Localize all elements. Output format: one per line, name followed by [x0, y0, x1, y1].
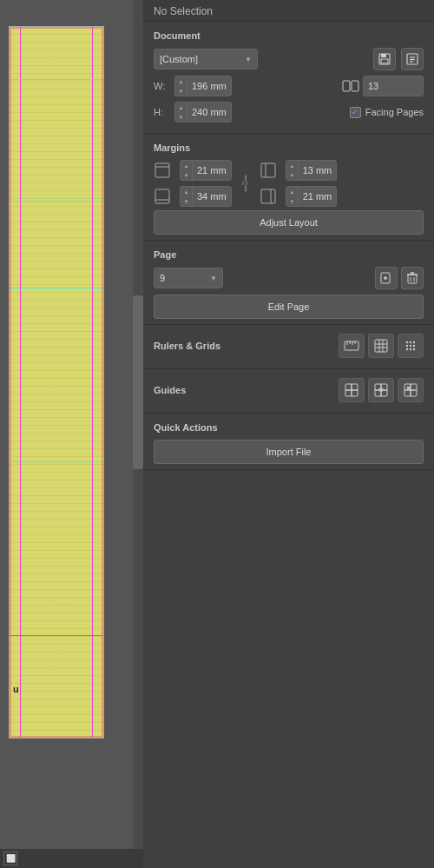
top-margin-up[interactable]: ▲ [181, 161, 192, 170]
guide-horizontal-3 [10, 288, 103, 288]
canvas-page-icon[interactable]: ⬜ [3, 851, 17, 865]
outer-margin-svg [260, 189, 277, 204]
delete-page-icon [406, 272, 418, 284]
top-margin-spinners[interactable]: ▲ ▼ [181, 161, 193, 180]
width-value: 196 mm [187, 81, 231, 91]
document-section-title: Document [154, 30, 424, 41]
width-spinners[interactable]: ▲ ▼ [175, 76, 187, 96]
pages-input[interactable] [363, 76, 424, 96]
margin-link-icon[interactable] [239, 174, 253, 193]
canvas-page: u [9, 26, 104, 739]
margins-right-col: ▲ ▼ 13 mm [260, 160, 338, 207]
page-dropdown-arrow: ▼ [210, 275, 217, 282]
svg-point-41 [410, 345, 411, 347]
height-spinners[interactable]: ▲ ▼ [175, 103, 187, 122]
guide-horizontal-2 [10, 201, 103, 202]
grid-lines-icon-button[interactable] [368, 334, 394, 358]
preset-dropdown[interactable]: [Custom] ▼ [154, 49, 258, 70]
preset-row: [Custom] ▼ [154, 48, 424, 70]
top-margin-down[interactable]: ▼ [181, 170, 192, 180]
svg-rect-8 [352, 81, 358, 91]
svg-point-44 [410, 348, 411, 350]
page-value: 9 [160, 273, 165, 283]
inner-margin-spinners[interactable]: ▲ ▼ [286, 161, 299, 180]
guide-horizontal-4 [10, 461, 103, 462]
width-down-arrow[interactable]: ▼ [175, 86, 187, 96]
outer-margin-input[interactable]: ▲ ▼ 21 mm [286, 186, 338, 207]
width-input[interactable]: ▲ ▼ 196 mm [174, 76, 232, 96]
bottom-margin-input[interactable]: ▲ ▼ 34 mm [180, 186, 232, 207]
preset-value: [Custom] [160, 54, 198, 64]
save-preset-button[interactable] [373, 48, 396, 70]
margins-section-title: Margins [154, 142, 424, 153]
show-guides-svg [344, 382, 359, 398]
guide-vertical-1 [20, 27, 21, 738]
height-up-arrow[interactable]: ▲ [175, 103, 187, 112]
page-section-title: Page [154, 249, 424, 260]
page-number-row: 9 ▼ [154, 267, 424, 289]
svg-point-40 [406, 345, 408, 347]
svg-point-45 [413, 348, 415, 350]
height-value: 240 mm [187, 107, 231, 117]
top-margin-input[interactable]: ▲ ▼ 21 mm [180, 160, 232, 181]
lock-guides-button[interactable] [368, 378, 394, 402]
top-margin-value: 21 mm [193, 165, 231, 176]
width-row: W: ▲ ▼ 196 mm [154, 76, 424, 96]
adjust-layout-button[interactable]: Adjust Layout [154, 210, 424, 235]
margins-section: Margins ▲ ▼ [143, 134, 434, 241]
add-page-button[interactable] [375, 267, 398, 289]
outer-margin-spinners[interactable]: ▲ ▼ [286, 187, 299, 206]
page-section: Page 9 ▼ [143, 241, 434, 325]
delete-page-button[interactable] [401, 267, 424, 289]
bottom-margin-svg [154, 189, 171, 204]
margins-left-col: ▲ ▼ 21 mm [154, 160, 232, 207]
height-input[interactable]: ▲ ▼ 240 mm [174, 102, 232, 123]
svg-rect-22 [408, 275, 417, 283]
quick-actions-section: Quick Actions Import File [143, 414, 434, 470]
facing-pages-checkbox[interactable]: ✓ [350, 107, 361, 118]
bottom-margin-spinners[interactable]: ▲ ▼ [181, 187, 193, 206]
svg-rect-9 [155, 163, 169, 177]
preset-arrow-icon: ▼ [245, 56, 252, 63]
bottom-margin-up[interactable]: ▲ [181, 187, 192, 196]
page-border [10, 27, 103, 738]
inner-margin-icon [260, 162, 277, 178]
inner-margin-up[interactable]: ▲ [286, 161, 298, 170]
inner-margin-input[interactable]: ▲ ▼ 13 mm [286, 160, 338, 181]
document-section: Document [Custom] ▼ [143, 22, 434, 134]
import-file-button[interactable]: Import File [154, 440, 424, 464]
page-dropdown[interactable]: 9 ▼ [154, 268, 223, 288]
show-guides-button[interactable] [339, 378, 365, 402]
outer-margin-down[interactable]: ▼ [286, 196, 298, 206]
outer-margin-icon [260, 189, 277, 204]
width-up-arrow[interactable]: ▲ [175, 76, 187, 86]
delete-guides-button[interactable] [398, 378, 424, 402]
scrollbar-vertical[interactable] [133, 0, 143, 868]
inner-margin-down[interactable]: ▼ [286, 170, 298, 180]
ruler-icon-button[interactable] [339, 334, 365, 358]
grid-dots-icon-button[interactable] [398, 334, 424, 358]
outer-margin-row: ▲ ▼ 21 mm [260, 186, 338, 207]
svg-rect-2 [381, 59, 388, 63]
inner-margin-value: 13 mm [299, 165, 337, 176]
inner-margin-row: ▲ ▼ 13 mm [260, 160, 338, 181]
outer-margin-up[interactable]: ▲ [286, 187, 298, 196]
guides-icons [339, 378, 424, 402]
height-down-arrow[interactable]: ▼ [175, 112, 187, 122]
grid-dots-svg [403, 338, 418, 354]
export-preset-button[interactable] [401, 48, 424, 70]
guide-vertical-2 [92, 27, 93, 738]
canvas-text-label: u [13, 684, 19, 694]
top-margin-row: ▲ ▼ 21 mm [154, 160, 232, 181]
rulers-grids-section: Rulers & Grids [143, 325, 434, 369]
lock-guides-svg [373, 382, 389, 398]
height-row: H: ▲ ▼ 240 mm ✓ Facing Pages [154, 102, 424, 123]
bottom-margin-down[interactable]: ▼ [181, 196, 192, 206]
top-margin-svg [154, 162, 171, 178]
width-label: W: [154, 81, 169, 91]
edit-page-button[interactable]: Edit Page [154, 295, 424, 319]
rulers-grids-row: Rulers & Grids [154, 334, 424, 358]
guide-horizontal-5 [10, 635, 103, 636]
guide-horizontal-1 [10, 79, 103, 80]
scrollbar-thumb[interactable] [133, 295, 143, 469]
